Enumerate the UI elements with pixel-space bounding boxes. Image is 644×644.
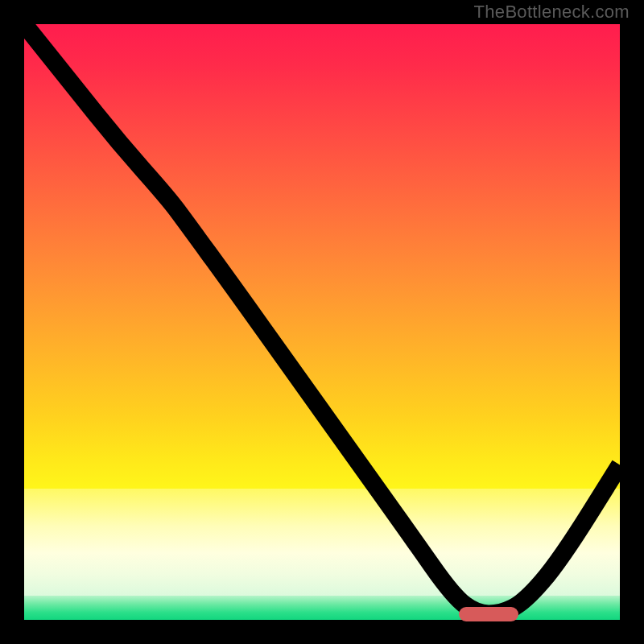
- optimal-range-marker: [459, 607, 518, 621]
- attribution-text: TheBottleneck.com: [474, 2, 630, 23]
- curve-layer: [24, 24, 620, 620]
- bottleneck-curve-path: [24, 24, 620, 614]
- bottleneck-chart: [24, 24, 620, 620]
- chart-container: TheBottleneck.com: [0, 0, 644, 644]
